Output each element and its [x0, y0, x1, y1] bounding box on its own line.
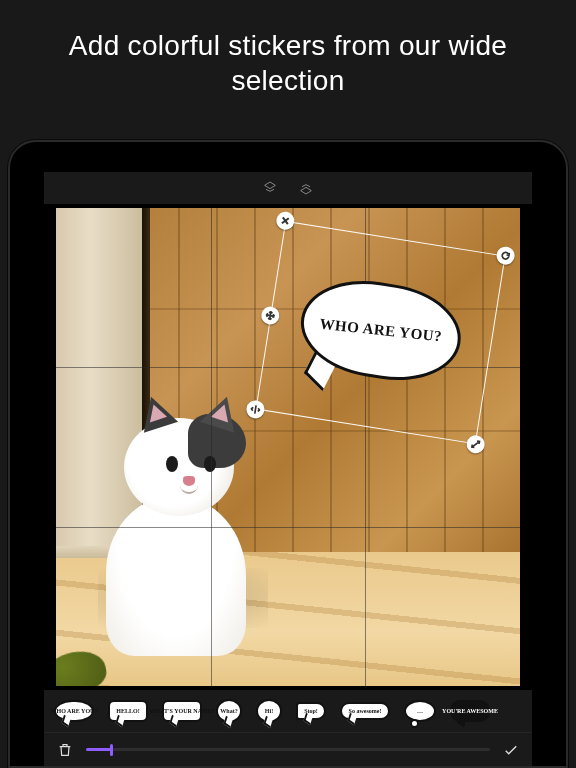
- bubble-tail-icon: [223, 716, 232, 729]
- device-screen: WHO ARE YOU?: [44, 172, 532, 766]
- sticker-thumb-bubble: HELLO!: [108, 700, 148, 722]
- bubble-tail-icon: [347, 713, 356, 726]
- promo-title: Add colorful stickers from our wide sele…: [0, 0, 576, 122]
- sticker-thumb[interactable]: …: [400, 696, 440, 726]
- top-toolbar: [44, 172, 532, 204]
- sticker-thumb-bubble: Stop!: [296, 702, 326, 720]
- timeline-scrubber[interactable]: [86, 748, 490, 751]
- timeline-playhead[interactable]: [110, 744, 113, 756]
- bubble-tail-icon: [457, 715, 466, 728]
- sticker-thumb-bubble: YOU'RE AWESOME: [450, 700, 490, 722]
- bubble-tail-icon: [115, 715, 124, 728]
- app-root: WHO ARE YOU?: [44, 172, 532, 766]
- bottom-toolbar: [44, 732, 532, 766]
- trash-icon: [57, 742, 73, 758]
- layer-up-icon: [262, 180, 278, 196]
- sticker-thumb-label: What?: [220, 708, 237, 714]
- sticker-thumb-label: WHO ARE YOU?: [51, 708, 98, 714]
- delete-button[interactable]: [54, 739, 76, 761]
- sticker-thumb[interactable]: YOU'RE AWESOME: [446, 696, 494, 726]
- photo-cat: [106, 418, 276, 628]
- flip-icon: [250, 404, 261, 415]
- timeline-progress: [86, 748, 110, 751]
- confirm-button[interactable]: [500, 739, 522, 761]
- sticker-thumb-bubble: WHAT'S YOUR NAME?: [162, 700, 202, 722]
- close-icon: [280, 215, 291, 226]
- sticker-tray-wrap: WHO ARE YOU?HELLO!WHAT'S YOUR NAME?What?…: [44, 690, 532, 732]
- sticker-thumb-bubble: What?: [216, 699, 242, 723]
- layer-up-button[interactable]: [261, 179, 279, 197]
- sticker-thumb[interactable]: WHO ARE YOU?: [50, 696, 98, 726]
- bubble-text: WHO ARE YOU?: [319, 315, 443, 345]
- scale-icon: [470, 438, 481, 449]
- sticker-thumb-bubble: So awesome!: [340, 702, 390, 720]
- bubble-tail-icon: [169, 715, 178, 728]
- sticker-thumb[interactable]: WHAT'S YOUR NAME?: [158, 696, 206, 726]
- bubble-tail-icon: [61, 715, 70, 728]
- editor-canvas[interactable]: WHO ARE YOU?: [56, 208, 520, 686]
- sticker-thumb-bubble: …: [404, 700, 436, 722]
- sticker-thumb-bubble: Hi!: [256, 699, 282, 723]
- sticker-thumb-label: WHAT'S YOUR NAME?: [149, 708, 214, 714]
- check-icon: [502, 741, 520, 759]
- layer-down-button[interactable]: [297, 179, 315, 197]
- sticker-thumb-label: HELLO!: [116, 708, 139, 714]
- sticker-tray[interactable]: WHO ARE YOU?HELLO!WHAT'S YOUR NAME?What?…: [44, 696, 532, 732]
- sticker-selection[interactable]: WHO ARE YOU?: [256, 220, 506, 444]
- layer-down-icon: [298, 180, 314, 196]
- sticker-thumb-label: Hi!: [265, 708, 273, 714]
- canvas-area: WHO ARE YOU?: [44, 204, 532, 690]
- rotate-icon: [500, 250, 511, 261]
- sticker-thumb-bubble: WHO ARE YOU?: [54, 700, 94, 722]
- sticker-thumb-label: YOU'RE AWESOME: [442, 708, 498, 714]
- sticker-thumb-label: So awesome!: [349, 708, 382, 714]
- sticker-thumb[interactable]: HELLO!: [104, 696, 152, 726]
- bubble-tail-icon: [263, 716, 272, 729]
- device-frame: WHO ARE YOU?: [8, 140, 568, 768]
- sticker-thumb[interactable]: Stop!: [292, 696, 330, 726]
- sticker-thumb[interactable]: Hi!: [252, 696, 286, 726]
- sticker-thumb[interactable]: What?: [212, 696, 246, 726]
- move-icon: [265, 309, 276, 320]
- bubble-tail-icon: [303, 713, 312, 726]
- sticker-thumb-label: …: [417, 708, 423, 714]
- sticker-thumb[interactable]: So awesome!: [336, 696, 394, 726]
